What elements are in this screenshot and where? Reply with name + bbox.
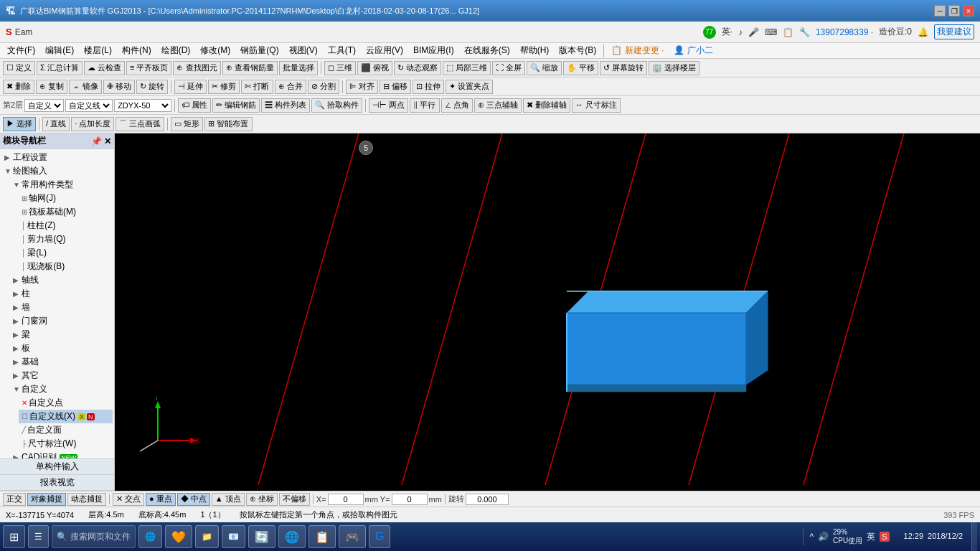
menu-bim[interactable]: BIM应用(I) — [409, 43, 458, 58]
btn-break[interactable]: ✄ 打断 — [241, 80, 273, 94]
snap-center[interactable]: ● 重点 — [146, 493, 176, 506]
topbar-keyboard[interactable]: ⌨ — [765, 27, 777, 37]
sidebar-item-common-types[interactable]: ▼ 常用构件类型 — [10, 178, 113, 192]
btn-trim[interactable]: ✂ 修剪 — [208, 80, 240, 94]
sidebar-pin[interactable]: 📌 ✕ — [91, 136, 111, 146]
btn-two-points[interactable]: ⊣⊢ 两点 — [369, 98, 408, 113]
menu-online[interactable]: 在线服务(S) — [460, 43, 514, 58]
snap-intersection[interactable]: ✕ 交点 — [113, 493, 144, 506]
taskbar-mail[interactable]: 📧 — [222, 525, 245, 548]
btn-single-component[interactable]: 单构件输入 — [0, 459, 114, 475]
systray-sogou[interactable]: S — [880, 532, 889, 542]
rotate-input[interactable] — [466, 494, 509, 505]
snap-object[interactable]: 对象捕捉 — [27, 493, 66, 506]
sidebar-item-draw-input[interactable]: ▼ 绘图输入 — [1, 164, 113, 178]
topbar-mic[interactable]: 🎤 — [748, 27, 759, 37]
floor-select[interactable]: 自定义 — [24, 99, 64, 112]
sidebar-item-raft-foundation[interactable]: ⊞ 筏板基础(M) — [19, 205, 113, 219]
sidebar-item-custom-point[interactable]: ✕ 自定义点 — [19, 396, 113, 410]
sidebar-item-dimension[interactable]: ├ 尺寸标注(W) — [19, 437, 113, 451]
btn-fullscreen[interactable]: ⛶ 全屏 — [492, 61, 525, 75]
close-button[interactable]: × — [963, 5, 974, 17]
topbar-tools[interactable]: 🔧 — [799, 27, 810, 37]
show-desktop-button[interactable] — [971, 522, 977, 551]
btn-set-grip[interactable]: ✦ 设置夹点 — [446, 80, 493, 94]
btn-line[interactable]: / 直线 — [42, 117, 70, 131]
taskbar-app1[interactable]: 🧡 — [165, 525, 192, 548]
y-input[interactable] — [392, 494, 428, 505]
menu-floor[interactable]: 楼层(L) — [80, 43, 116, 58]
taskbar-ie[interactable]: 🌐 — [138, 525, 162, 548]
btn-local-3d[interactable]: ⬚ 局部三维 — [443, 61, 491, 75]
sidebar-item-other[interactable]: ▶ 其它 — [10, 369, 113, 382]
menu-view[interactable]: 视图(V) — [285, 43, 322, 58]
taskbar-explorer[interactable]: 📁 — [195, 525, 219, 548]
btn-component-list[interactable]: ☰ 构件列表 — [261, 98, 310, 113]
btn-extend[interactable]: ⊣ 延伸 — [174, 80, 207, 94]
systray-volume[interactable]: 🔊 — [818, 532, 829, 542]
btn-dynamic-observe[interactable]: ↻ 动态观察 — [394, 61, 441, 75]
snap-vertex[interactable]: ▲ 顶点 — [212, 493, 245, 506]
btn-angle-point[interactable]: ∠ 点角 — [441, 98, 473, 113]
btn-calculate[interactable]: Σ 汇总计算 — [37, 61, 83, 75]
btn-flat-board[interactable]: ≡ 平齐板页 — [126, 61, 171, 75]
btn-mirror[interactable]: ⫠ 镜像 — [69, 80, 102, 94]
btn-align[interactable]: ⊫ 对齐 — [346, 80, 378, 94]
btn-delete[interactable]: ✖ 删除 — [3, 80, 34, 94]
snap-dynamic[interactable]: 动态捕捉 — [67, 493, 106, 506]
start-button[interactable]: ⊞ — [3, 525, 25, 548]
menu-tools[interactable]: 工具(T) — [324, 43, 360, 58]
x-input[interactable] — [328, 494, 364, 505]
btn-pan[interactable]: ✋ 平移 — [563, 61, 598, 75]
code-select[interactable]: ZDYX-50 — [114, 99, 171, 112]
minimize-button[interactable]: ─ — [934, 5, 946, 17]
btn-screen-rotate[interactable]: ↺ 屏幕旋转 — [600, 61, 647, 75]
topbar-suggestion[interactable]: 我要建议 — [934, 24, 974, 39]
btn-delete-axis[interactable]: ✖ 删除辅轴 — [523, 98, 570, 113]
menu-rebar[interactable]: 钢筋量(Q) — [236, 43, 283, 58]
btn-zoom[interactable]: 🔍 缩放 — [527, 61, 562, 75]
sidebar-item-doors-windows[interactable]: ▶ 门窗洞 — [10, 314, 113, 328]
sidebar-item-axis-net[interactable]: ⊞ 轴网(J) — [19, 192, 113, 205]
topbar-clipboard[interactable]: 📋 — [783, 27, 793, 37]
btn-batch-select[interactable]: 批量选择 — [279, 61, 318, 75]
topbar-account[interactable]: 13907298339 · — [816, 27, 873, 37]
btn-three-arc[interactable]: ⌒ 三点画弧 — [116, 117, 164, 131]
snap-midpoint[interactable]: ◆ 中点 — [177, 493, 210, 506]
btn-three-axis[interactable]: ⊕ 三点辅轴 — [474, 98, 522, 113]
sidebar-item-shear-wall[interactable]: │ 剪力墙(Q) — [19, 232, 113, 246]
snap-ortho[interactable]: 正交 — [3, 493, 26, 506]
topbar-english[interactable]: 英· — [722, 26, 732, 38]
btn-3d[interactable]: ◻ 三维 — [324, 61, 356, 75]
sidebar-item-pillar[interactable]: ▶ 柱 — [10, 287, 113, 301]
menu-edit[interactable]: 编辑(E) — [41, 43, 78, 58]
sidebar-item-cad-identify[interactable]: ▶ CAD识别 NEW — [10, 451, 113, 458]
sidebar-item-custom[interactable]: ▼ 自定义 — [10, 382, 113, 396]
btn-view-rebar[interactable]: ⊕ 查看钢筋量 — [222, 61, 278, 75]
sidebar-item-beam[interactable]: │ 梁(L) — [19, 246, 113, 260]
btn-pick-component[interactable]: 🔍 拾取构件 — [311, 98, 362, 113]
menu-newchange[interactable]: 📋 新建变更 · — [607, 43, 668, 58]
sidebar-item-slab[interactable]: │ 现浇板(B) — [19, 260, 113, 273]
btn-merge[interactable]: ⊕ 合并 — [275, 80, 306, 94]
menu-guangxiao[interactable]: 👤 广小二 — [669, 43, 717, 58]
btn-rectangle[interactable]: ▭ 矩形 — [171, 117, 203, 131]
btn-top-view[interactable]: ⬛ 俯视 — [357, 61, 392, 75]
menu-version[interactable]: 版本号(B) — [555, 43, 600, 58]
systray-lang[interactable]: 英 — [867, 531, 875, 543]
sidebar-item-column[interactable]: │ 柱柱(Z) — [19, 219, 113, 232]
btn-select[interactable]: ▶ 选择 — [3, 117, 36, 131]
btn-dimension[interactable]: ↔ 尺寸标注 — [572, 98, 621, 113]
btn-edit-rebar[interactable]: ✏ 编辑钢筋 — [212, 98, 260, 113]
btn-point-length[interactable]: · 点加长度 — [71, 117, 114, 131]
btn-select-floor[interactable]: 🏢 选择楼层 — [649, 61, 699, 75]
btn-find-element[interactable]: ⊕ 查找图元 — [173, 61, 220, 75]
btn-stretch[interactable]: ⊡ 拉伸 — [413, 80, 444, 94]
btn-copy[interactable]: ⊕ 复制 — [36, 80, 67, 94]
menu-draw[interactable]: 绘图(D) — [157, 43, 195, 58]
taskbar-app2[interactable]: 🔄 — [248, 525, 275, 548]
btn-cloud-check[interactable]: ☁ 云检查 — [84, 61, 125, 75]
sidebar-item-custom-line[interactable]: ☐ 自定义线(X) X N — [19, 410, 113, 423]
sidebar-item-axis[interactable]: ▶ 轴线 — [10, 273, 113, 287]
btn-properties[interactable]: 🏷 属性 — [178, 98, 211, 113]
